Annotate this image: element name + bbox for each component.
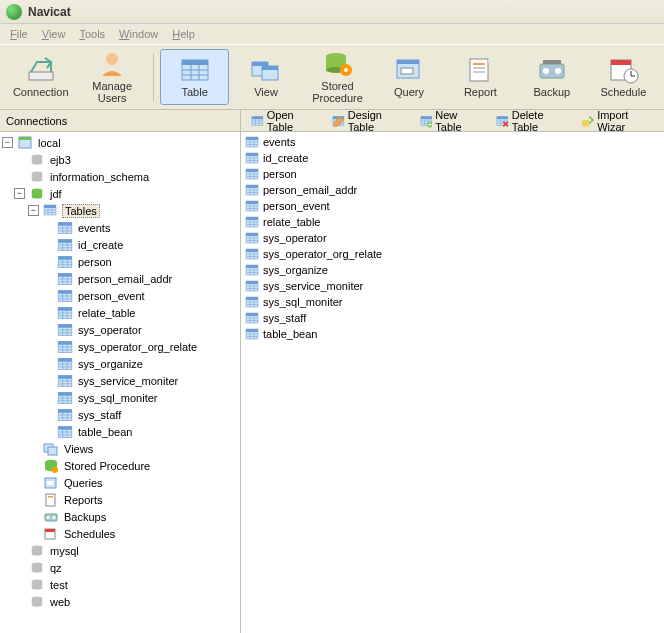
list-item[interactable]: events [245, 134, 660, 150]
menu-view[interactable]: View [36, 26, 72, 42]
connections-panel: Connections −local ejb3 information_sche… [0, 110, 241, 633]
connections-tree[interactable]: −local ejb3 information_schema −jdf −Tab… [0, 132, 240, 633]
list-item-label: sys_staff [263, 312, 306, 324]
table-icon [245, 167, 259, 181]
svg-rect-20 [262, 66, 278, 70]
tree-table-item[interactable]: table_bean [76, 426, 134, 438]
list-item[interactable]: sys_organize [245, 262, 660, 278]
menubar: File View Tools Window Help [0, 24, 664, 44]
tree-db-ejb3[interactable]: ejb3 [48, 154, 73, 166]
table-toolbar: Open Table Design Table New Table Delete… [241, 110, 664, 132]
list-item-label: table_bean [263, 328, 317, 340]
window-title: Navicat [28, 5, 71, 19]
delete-table-button[interactable]: Delete Table [490, 110, 573, 132]
list-item[interactable]: sys_operator [245, 230, 660, 246]
svg-rect-50 [48, 496, 53, 498]
table-icon [245, 199, 259, 213]
tree-table-item[interactable]: events [76, 222, 112, 234]
main-toolbar: Connection Manage Users Table View Store… [0, 44, 664, 110]
tree-db-qz[interactable]: qz [48, 562, 64, 574]
tree-table-item[interactable]: id_create [76, 239, 125, 251]
list-item-label: id_create [263, 152, 308, 164]
database-icon [29, 543, 45, 559]
svg-rect-49 [46, 494, 55, 506]
tree-queries[interactable]: Queries [62, 477, 105, 489]
table-icon [245, 263, 259, 277]
query-button[interactable]: Query [374, 49, 443, 105]
connection-button[interactable]: Connection [6, 49, 75, 105]
tree-stored-procedure[interactable]: Stored Procedure [62, 460, 152, 472]
list-item[interactable]: person_event [245, 198, 660, 214]
tree-backups[interactable]: Backups [62, 511, 108, 523]
tree-reports[interactable]: Reports [62, 494, 105, 506]
list-item[interactable]: sys_operator_org_relate [245, 246, 660, 262]
app-icon [6, 4, 22, 20]
list-item-label: person [263, 168, 297, 180]
tree-expander[interactable]: − [28, 205, 39, 216]
table-icon [57, 288, 73, 304]
new-table-button[interactable]: New Table [414, 110, 488, 132]
menu-tools[interactable]: Tools [73, 26, 111, 42]
tree-expander[interactable]: − [2, 137, 13, 148]
open-table-button[interactable]: Open Table [245, 110, 324, 132]
table-icon [57, 220, 73, 236]
svg-rect-48 [47, 481, 53, 485]
tree-table-item[interactable]: person [76, 256, 114, 268]
list-item[interactable]: person_email_addr [245, 182, 660, 198]
manage-users-button[interactable]: Manage Users [77, 49, 146, 105]
view-button[interactable]: View [231, 49, 300, 105]
list-item-label: sys_operator [263, 232, 327, 244]
tree-schedules[interactable]: Schedules [62, 528, 117, 540]
tree-db-mysql[interactable]: mysql [48, 545, 81, 557]
tree-table-item[interactable]: sys_sql_moniter [76, 392, 159, 404]
list-item[interactable]: table_bean [245, 326, 660, 342]
table-list[interactable]: eventsid_createpersonperson_email_addrpe… [241, 132, 664, 633]
list-item[interactable]: relate_table [245, 214, 660, 230]
list-item[interactable]: id_create [245, 150, 660, 166]
tree-db-web[interactable]: web [48, 596, 72, 608]
tree-table-item[interactable]: sys_operator [76, 324, 144, 336]
menu-window[interactable]: Window [113, 26, 164, 42]
design-table-button[interactable]: Design Table [326, 110, 412, 132]
report-button[interactable]: Report [446, 49, 515, 105]
list-item[interactable]: sys_staff [245, 310, 660, 326]
table-button[interactable]: Table [160, 49, 229, 105]
list-item-label: person_event [263, 200, 330, 212]
tree-table-item[interactable]: person_email_addr [76, 273, 174, 285]
backup-button[interactable]: Backup [517, 49, 586, 105]
list-item[interactable]: sys_service_moniter [245, 278, 660, 294]
tree-db-test[interactable]: test [48, 579, 70, 591]
table-icon [57, 356, 73, 372]
tree-db-information-schema[interactable]: information_schema [48, 171, 151, 183]
list-item-label: sys_operator_org_relate [263, 248, 382, 260]
database-icon [29, 152, 45, 168]
list-item[interactable]: person [245, 166, 660, 182]
schedule-button[interactable]: Schedule [589, 49, 658, 105]
tree-table-item[interactable]: sys_organize [76, 358, 145, 370]
tree-db-jdf[interactable]: jdf [48, 188, 64, 200]
table-icon [245, 247, 259, 261]
table-icon [245, 135, 259, 149]
tree-tables-folder[interactable]: Tables [62, 204, 100, 218]
table-icon [57, 390, 73, 406]
tree-expander[interactable]: − [14, 188, 25, 199]
import-wizard-button[interactable]: Import Wizar [575, 110, 660, 132]
table-icon [57, 424, 73, 440]
table-icon [245, 215, 259, 229]
menu-help[interactable]: Help [166, 26, 201, 42]
svg-point-34 [543, 68, 549, 74]
stored-procedure-button[interactable]: Stored Procedure [303, 49, 372, 105]
list-item[interactable]: sys_sql_moniter [245, 294, 660, 310]
views-icon [43, 441, 59, 457]
menu-file[interactable]: File [4, 26, 34, 42]
tree-table-item[interactable]: sys_service_moniter [76, 375, 180, 387]
tree-table-item[interactable]: sys_operator_org_relate [76, 341, 199, 353]
tree-table-item[interactable]: sys_staff [76, 409, 123, 421]
tree-table-item[interactable]: relate_table [76, 307, 138, 319]
svg-rect-19 [252, 62, 268, 66]
svg-rect-32 [473, 71, 485, 73]
tree-views[interactable]: Views [62, 443, 95, 455]
tree-node-local[interactable]: local [36, 137, 63, 149]
schedules-icon [43, 526, 59, 542]
tree-table-item[interactable]: person_event [76, 290, 147, 302]
